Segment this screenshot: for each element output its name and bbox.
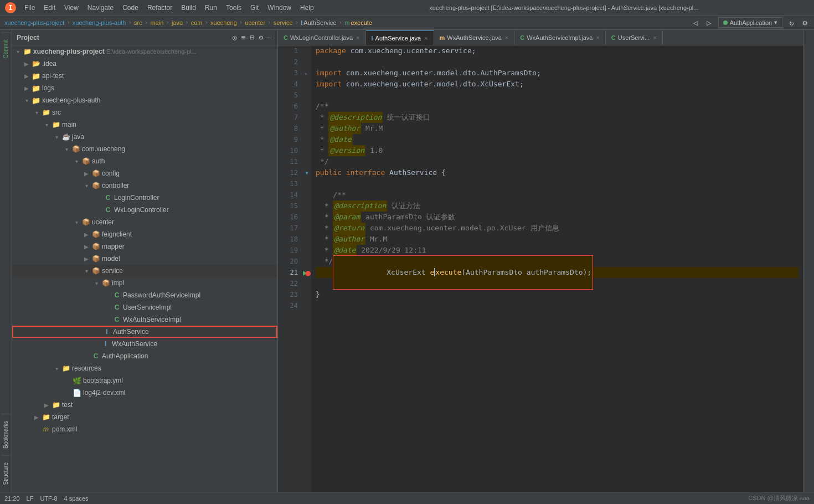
collapse-all-icon[interactable]: ⊟ [249, 32, 256, 43]
settings-icon[interactable]: ⚙ [801, 17, 810, 28]
refresh-icon[interactable]: ↻ [787, 17, 796, 28]
tree-item-resources[interactable]: ▾ 📁 resources [12, 362, 277, 374]
breadcrumb-java[interactable]: java [172, 19, 183, 26]
tab-wxauthservice[interactable]: m WxAuthService.java × [434, 30, 515, 45]
menu-view[interactable]: View [60, 3, 83, 13]
gutter-15 [302, 200, 311, 212]
tree-item-main[interactable]: ▾ 📁 main [12, 119, 277, 131]
code-line-23: } [316, 289, 798, 300]
tab-wxauthserviceimpl[interactable]: C WxAuthServiceImpl.java × [514, 30, 606, 45]
run-config[interactable]: AuthApplication ▾ [718, 17, 782, 28]
bookmarks-tab[interactable]: Bookmarks [1, 414, 11, 455]
collapse-icon[interactable]: ▸ [305, 70, 308, 76]
run-config-dropdown-icon[interactable]: ▾ [774, 19, 777, 26]
tab-wxlogincontroller[interactable]: C WxLoginController.java × [278, 30, 366, 45]
tree-item-target[interactable]: ▶ 📁 target [12, 411, 277, 423]
breadcrumb-com[interactable]: com [191, 19, 203, 26]
tree-item-feignclient[interactable]: ▶ 📦 feignclient [12, 228, 277, 240]
menu-window[interactable]: Window [263, 3, 296, 13]
tree-item-impl[interactable]: ▾ 📦 impl [12, 277, 277, 289]
tree-item-idea[interactable]: ▶ 📂 .idea [12, 58, 277, 70]
tab-close-icon[interactable]: × [596, 34, 599, 41]
breadcrumb-module[interactable]: xuecheng-plus-auth [73, 19, 126, 26]
tree-item-src[interactable]: ▾ 📁 src [12, 106, 277, 119]
tree-item-model[interactable]: ▶ 📦 model [12, 253, 277, 265]
status-lf[interactable]: LF [27, 495, 34, 502]
navigate-forward-icon[interactable]: ▷ [704, 17, 713, 28]
tab-close-icon[interactable]: × [424, 35, 427, 42]
tree-item-passwordauthserviceimpl[interactable]: C PasswordAuthServiceImpl [12, 289, 277, 301]
structure-tab[interactable]: Structure [1, 455, 11, 492]
tree-item-logincontroller[interactable]: C LoginController [12, 192, 277, 204]
tab-close-icon[interactable]: × [356, 34, 359, 41]
tree-item-userserviceimpl[interactable]: C UserServiceImpl [12, 301, 277, 313]
menu-navigate[interactable]: Navigate [83, 3, 118, 13]
tree-item-wxauthserviceimpl[interactable]: C WxAuthServiceImpl [12, 313, 277, 326]
tree-arrow: ▾ [22, 97, 31, 104]
breadcrumb-execute[interactable]: m execute [344, 19, 372, 26]
tree-item-wxauthservice[interactable]: I WxAuthService [12, 338, 277, 350]
code-content[interactable]: package com.xuecheng.ucenter.service; im… [311, 45, 803, 492]
menu-git[interactable]: Git [246, 3, 263, 13]
menu-build[interactable]: Build [177, 3, 200, 13]
locate-icon[interactable]: ◎ [231, 32, 238, 43]
code-line-24 [316, 300, 798, 311]
tree-item-authapplication[interactable]: C AuthApplication [12, 350, 277, 362]
tab-close-icon[interactable]: × [505, 34, 508, 41]
menu-refactor[interactable]: Refactor [143, 3, 177, 13]
tab-authservice[interactable]: I AuthService.java × [366, 30, 434, 45]
breakpoint-icon[interactable]: ● [305, 268, 311, 278]
status-indent[interactable]: 4 spaces [64, 495, 89, 502]
tree-item-ucenter[interactable]: ▾ 📦 ucenter [12, 216, 277, 228]
tree-item-config[interactable]: ▶ 📦 config [12, 167, 277, 179]
breadcrumb-ucenter[interactable]: ucenter [245, 19, 265, 26]
tree-label: pom.xml [52, 425, 277, 433]
tree-item-authservice[interactable]: I AuthService [12, 326, 277, 338]
gutter-12[interactable]: ▾ [302, 167, 311, 178]
code-editor[interactable]: 1 2 3 4 5 6 7 8 9 10 11 12 13 14 15 16 1… [278, 45, 803, 492]
minimize-icon[interactable]: — [266, 32, 273, 43]
breadcrumb-xuecheng[interactable]: xuecheng [210, 19, 237, 26]
tree-item-controller[interactable]: ▾ 📦 controller [12, 179, 277, 192]
menu-run[interactable]: Run [200, 3, 221, 13]
tree-item-service[interactable]: ▾ 📦 service [12, 265, 277, 277]
tab-userservi[interactable]: C UserServi... × [606, 30, 663, 45]
tree-item-bootstrap[interactable]: 🌿 bootstrap.yml [12, 374, 277, 387]
expand-all-icon[interactable]: ≡ [240, 32, 247, 43]
tree-item-mapper[interactable]: ▶ 📦 mapper [12, 240, 277, 253]
tree-item-test[interactable]: ▶ 📁 test [12, 399, 277, 411]
tree-item-root[interactable]: ▾ 📁 xuecheng-plus-project E:\idea-worksp… [12, 45, 277, 58]
menu-help[interactable]: Help [296, 3, 318, 13]
navigate-back-icon[interactable]: ◁ [691, 17, 700, 28]
tab-close-icon[interactable]: × [653, 34, 656, 41]
menu-tools[interactable]: Tools [221, 3, 246, 13]
gutter-3[interactable]: ▸ [302, 68, 311, 79]
menu-edit[interactable]: Edit [39, 3, 60, 13]
tree-label: PasswordAuthServiceImpl [123, 291, 277, 299]
collapse-open-icon[interactable]: ▾ [305, 169, 308, 177]
commit-tab[interactable]: Commit [1, 32, 11, 65]
menu-file[interactable]: File [20, 3, 39, 13]
menu-code[interactable]: Code [118, 3, 143, 13]
tree-item-apitest[interactable]: ▶ 📁 api-test [12, 70, 277, 82]
breadcrumb-main[interactable]: main [150, 19, 163, 26]
highlighted-method-box: XcUserExt execute(AuthParamsDto authPara… [333, 255, 593, 290]
tab-label: UserServi... [618, 34, 650, 41]
tree-item-auth-pkg[interactable]: ▾ 📦 auth [12, 155, 277, 167]
tree-label: mapper [102, 243, 277, 250]
gutter-21[interactable]: ▶ ● [302, 267, 311, 278]
tree-item-java[interactable]: ▾ ☕ java [12, 131, 277, 143]
breadcrumb-authservice[interactable]: I AuthService [301, 19, 336, 26]
breadcrumb-service[interactable]: service [274, 19, 293, 26]
status-encoding[interactable]: UTF-8 [40, 495, 57, 502]
tree-item-comxuecheng[interactable]: ▾ 📦 com.xuecheng [12, 143, 277, 155]
tree-item-pom[interactable]: m pom.xml [12, 423, 277, 435]
tree-item-auth-module[interactable]: ▾ 📁 xuecheng-plus-auth [12, 94, 277, 106]
gutter-4 [302, 79, 311, 90]
breadcrumb-project[interactable]: xuecheng-plus-project [4, 19, 64, 26]
tree-item-log4j2[interactable]: 📄 log4j2-dev.xml [12, 387, 277, 399]
tree-item-wxlogincontroller[interactable]: C WxLoginController [12, 204, 277, 216]
tree-item-logs[interactable]: ▶ 📁 logs [12, 82, 277, 94]
breadcrumb-src[interactable]: src [134, 19, 142, 26]
settings-gear-icon[interactable]: ⚙ [257, 32, 264, 43]
